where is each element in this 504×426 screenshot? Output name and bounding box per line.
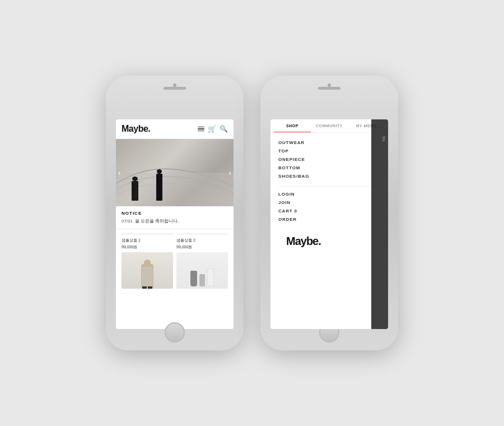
product-name-2: 샘플상품 2	[176, 238, 228, 243]
figure-leg-right	[148, 286, 152, 289]
phone1-logo: Maybe.	[122, 124, 150, 134]
nav-tabs: SHOP COMMUNITY MY MENU	[270, 119, 388, 133]
menu-item-top[interactable]: TOP	[278, 147, 380, 155]
hero-next-button[interactable]: ›	[228, 168, 231, 177]
phone-speaker-1	[164, 87, 186, 90]
phone1-header: Maybe. 🛒 🔍	[116, 119, 234, 139]
vase-dark	[190, 271, 197, 286]
menu-item-cart[interactable]: CART 0	[278, 207, 380, 215]
menu-panel: OUTWEAR TOP ONEPIECE BOTTOM SHOES/BAG LO…	[270, 133, 388, 329]
vase-light	[207, 268, 214, 286]
hero-background	[116, 139, 234, 206]
search-icon[interactable]: 🔍	[220, 125, 228, 133]
figure-legs	[142, 286, 152, 289]
menu-divider	[278, 186, 380, 187]
figure-body	[141, 264, 153, 288]
scene: Maybe. 🛒 🔍	[0, 0, 504, 426]
product-item-1[interactable]: 샘플상품 1 99,000원	[122, 234, 173, 325]
hero-figure-1	[132, 177, 138, 201]
menu-item-onepiece[interactable]: ONEPIECE	[278, 155, 380, 164]
phone-1-outer: Maybe. 🛒 🔍	[106, 76, 244, 350]
notice-date: 07/31	[122, 219, 133, 224]
product-divider-2	[176, 234, 228, 234]
menu-item-login[interactable]: LOGIN	[278, 190, 380, 198]
menu-item-join[interactable]: JOIN	[278, 198, 380, 207]
menu-item-bottom[interactable]: BOTTOM	[278, 164, 380, 172]
menu-item-outwear[interactable]: OUTWEAR	[278, 138, 380, 147]
product-price-1: 99,000원	[122, 244, 173, 250]
notice-row: 07/31 을 오픈을 축하합니다.	[122, 218, 228, 224]
phone-speaker-2	[318, 87, 340, 90]
phone1-icons: 🛒 🔍	[198, 125, 228, 133]
hamburger-icon[interactable]	[198, 127, 204, 132]
vase-medium	[199, 274, 205, 286]
products-section: 샘플상품 1 99,000원	[116, 229, 234, 329]
phone2-logo: Maybe.	[278, 229, 380, 253]
hero-prev-button[interactable]: ‹	[118, 168, 121, 177]
overlay-content: Ma	[382, 136, 386, 142]
product-item-2[interactable]: 샘플상품 2 99,000원	[176, 234, 228, 325]
phone-2-screen: SHOP COMMUNITY MY MENU OUTWEAR TOP ONEPI…	[270, 119, 388, 329]
product-image-2	[176, 252, 228, 289]
product-price-2: 99,000원	[176, 244, 228, 250]
phone-home-button-1[interactable]	[165, 322, 185, 342]
phone-1-screen: Maybe. 🛒 🔍	[116, 119, 234, 329]
product-image-1	[122, 252, 173, 289]
product-figure-1	[122, 252, 173, 289]
menu-item-shoes-bag[interactable]: SHOES/BAG	[278, 172, 380, 180]
figure-leg-left	[142, 286, 147, 289]
phone-2-outer: SHOP COMMUNITY MY MENU OUTWEAR TOP ONEPI…	[260, 76, 398, 350]
menu-item-order[interactable]: ORDER	[278, 215, 380, 224]
hero-image: ‹ ›	[116, 139, 234, 206]
product-name-1: 샘플상품 1	[122, 238, 173, 243]
notice-section: NOTICE 07/31 을 오픈을 축하합니다.	[116, 206, 234, 229]
menu-overlay: Ma	[371, 119, 388, 329]
notice-text: 을 오픈을 축하합니다.	[135, 218, 179, 224]
menu-section-account: LOGIN JOIN CART 0 ORDER	[278, 190, 380, 224]
tab-shop[interactable]: SHOP	[274, 119, 311, 132]
cart-icon[interactable]: 🛒	[208, 125, 216, 133]
menu-section-shop: OUTWEAR TOP ONEPIECE BOTTOM SHOES/BAG	[278, 138, 380, 180]
hero-figure-2	[156, 169, 162, 201]
product-divider-1	[122, 234, 173, 234]
tab-community[interactable]: COMMUNITY	[311, 119, 348, 132]
notice-label: NOTICE	[122, 211, 228, 216]
